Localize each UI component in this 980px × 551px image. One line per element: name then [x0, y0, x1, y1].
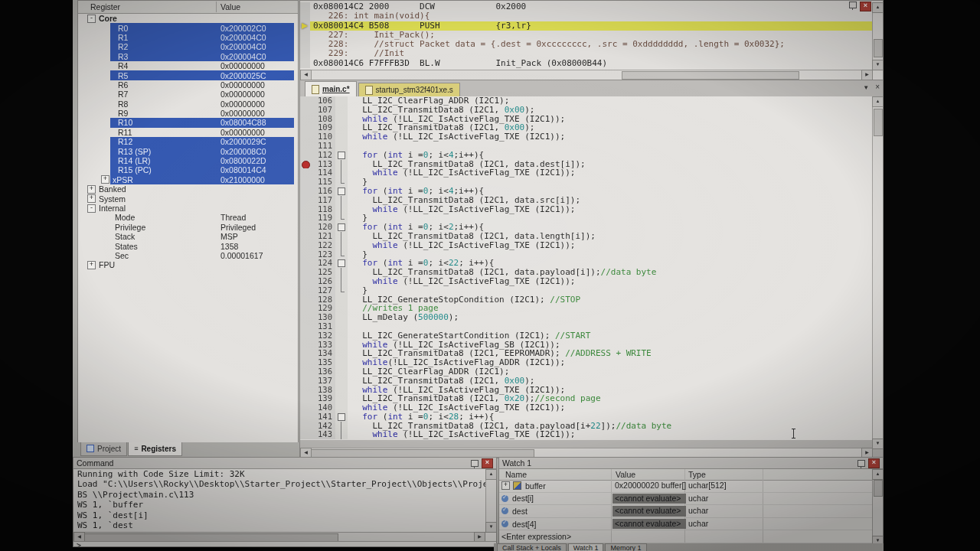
line-number[interactable]: 122: [309, 241, 335, 250]
tab-main-c[interactable]: main.c*: [305, 81, 357, 96]
breakpoint-margin[interactable]: [300, 142, 309, 151]
watch-col-type[interactable]: Type: [688, 470, 706, 479]
tab-watch-1[interactable]: Watch 1: [568, 543, 604, 551]
editor-line[interactable]: 141- for (int i =0; i<28; i++){: [300, 412, 873, 422]
fold-start-icon[interactable]: -: [335, 412, 348, 422]
breakpoint-margin[interactable]: [300, 223, 309, 232]
value-col-header[interactable]: Value: [220, 2, 240, 11]
fold-mid-icon[interactable]: [335, 232, 348, 241]
line-number[interactable]: 117: [309, 196, 335, 205]
disassembly-line[interactable]: 229: //Init: [300, 49, 873, 58]
register-row[interactable]: R50x2000025C: [78, 70, 298, 80]
breakpoint-margin[interactable]: [300, 286, 309, 295]
breakpoint-margin[interactable]: [300, 313, 309, 322]
register-row[interactable]: R90x00000000: [78, 109, 298, 118]
scrollbar-thumb[interactable]: [874, 480, 883, 497]
watch-value[interactable]: 0x20000020 buffer[] "": [612, 481, 686, 491]
code-text[interactable]: while (!LL_I2C_IsActiveFlag_TXE (I2C1));: [348, 241, 575, 250]
breakpoint-margin[interactable]: [300, 214, 309, 223]
scroll-left-icon[interactable]: ◀: [300, 70, 312, 80]
watch-type[interactable]: uchar[512]: [686, 481, 763, 491]
disassembly-gutter[interactable]: [300, 11, 310, 21]
watch-name[interactable]: <Enter expression>: [501, 530, 611, 543]
breakpoint-margin[interactable]: [300, 331, 309, 341]
fold-mid-icon[interactable]: [335, 205, 348, 214]
tab-project[interactable]: Project: [80, 442, 127, 456]
register-row[interactable]: +FPU: [78, 260, 298, 269]
expand-icon[interactable]: +: [501, 481, 510, 490]
watch-row[interactable]: +buffer0x20000020 buffer[] ""uchar[512]: [499, 480, 872, 493]
register-row[interactable]: R13 (SP)0x200008C0: [78, 146, 298, 155]
fold-mid-icon[interactable]: [335, 160, 348, 169]
register-row[interactable]: R70x00000000: [78, 90, 298, 99]
line-number[interactable]: 127: [309, 286, 335, 295]
editor-line[interactable]: 114 while (!LL_I2C_IsActiveFlag_TXE (I2C…: [300, 168, 873, 178]
pin-icon[interactable]: [858, 460, 865, 467]
breakpoint-margin[interactable]: [300, 349, 309, 358]
scroll-up-icon[interactable]: ▲: [872, 96, 884, 107]
breakpoint-margin[interactable]: [300, 386, 309, 395]
register-row[interactable]: -Core: [78, 14, 298, 23]
line-number[interactable]: 131: [309, 322, 335, 331]
collapse-icon[interactable]: -: [87, 204, 96, 213]
code-text[interactable]: LL_mDelay (500000);: [348, 313, 459, 322]
register-row[interactable]: R100x08004C88: [78, 118, 298, 127]
close-icon[interactable]: ×: [482, 458, 493, 468]
watch-titlebar[interactable]: Watch 1 ×: [499, 458, 883, 469]
register-row[interactable]: -Internal: [78, 204, 298, 213]
scrollbar-thumb[interactable]: [874, 109, 883, 136]
command-output[interactable]: Running with Code Size Limit: 32KLoad "C…: [74, 469, 485, 533]
expand-icon[interactable]: +: [101, 175, 109, 184]
breakpoint-margin[interactable]: [300, 259, 309, 268]
command-vertical-scrollbar[interactable]: ▲ ▼: [485, 469, 496, 533]
expand-icon[interactable]: +: [87, 194, 96, 203]
breakpoint-margin[interactable]: [300, 232, 309, 241]
code-text[interactable]: for (int i =0; i<28; i++){: [348, 412, 494, 422]
watch-value[interactable]: [612, 531, 686, 542]
breakpoint-margin[interactable]: [300, 403, 309, 412]
fold-mid-icon[interactable]: [335, 430, 348, 439]
collapse-icon[interactable]: -: [87, 15, 96, 23]
register-col-header[interactable]: Register: [90, 2, 120, 11]
breakpoint-margin[interactable]: [300, 358, 309, 367]
line-number[interactable]: 137: [309, 377, 335, 386]
tab-registers[interactable]: ≡ Registers: [128, 442, 182, 456]
scroll-down-icon[interactable]: ▼: [485, 522, 497, 533]
editor-line[interactable]: 111: [300, 142, 873, 151]
watch-value[interactable]: <cannot evaluate>: [612, 519, 686, 530]
line-number[interactable]: 107: [309, 106, 335, 115]
command-input[interactable]: >: [74, 541, 496, 546]
watch-col-value[interactable]: Value: [616, 470, 635, 479]
line-number[interactable]: 136: [309, 367, 335, 377]
line-number[interactable]: 143: [309, 430, 335, 439]
scrollbar-thumb[interactable]: [622, 71, 799, 80]
watch-row[interactable]: <Enter expression>: [499, 530, 872, 543]
watch-name[interactable]: dest[4]: [501, 518, 611, 530]
editor-line[interactable]: 143 while (!LL_I2C_IsActiveFlag_TXE (I2C…: [300, 430, 873, 439]
breakpoint-margin[interactable]: [300, 168, 309, 178]
code-text[interactable]: for (int i =0; i<4;i++){: [348, 151, 484, 160]
breakpoint-margin[interactable]: [300, 268, 309, 277]
fold-end-icon[interactable]: [335, 250, 348, 259]
code-text[interactable]: while (!LL_I2C_IsActiveFlag_TXE (I2C1));: [348, 430, 575, 439]
watch-name[interactable]: dest: [501, 505, 611, 517]
disassembly-gutter[interactable]: [300, 21, 310, 31]
fold-mid-icon[interactable]: [335, 168, 348, 178]
breakpoint-margin[interactable]: [300, 277, 309, 286]
register-row[interactable]: PrivilegePrivileged: [78, 223, 298, 232]
code-text[interactable]: [348, 322, 352, 331]
tab-startup-s[interactable]: startup_stm32f401xe.s: [358, 83, 460, 96]
breakpoint-margin[interactable]: [300, 151, 309, 160]
fold-start-icon[interactable]: -: [335, 259, 348, 268]
breakpoint-margin[interactable]: [300, 322, 309, 331]
register-row[interactable]: StackMSP: [78, 232, 298, 241]
code-text[interactable]: while (!LL_I2C_IsActiveFlag_TXE (I2C1));: [348, 132, 565, 142]
watch-name[interactable]: dest[i]: [501, 493, 611, 505]
disassembly-horizontal-scrollbar[interactable]: ◀ ▶: [300, 70, 873, 80]
fold-end-icon[interactable]: [335, 286, 348, 295]
fold-mid-icon[interactable]: [335, 422, 348, 431]
breakpoint-margin[interactable]: [300, 367, 309, 377]
watch-value[interactable]: <cannot evaluate>: [612, 506, 686, 517]
breakpoint-margin[interactable]: [300, 295, 309, 305]
register-row[interactable]: R14 (LR)0x0800022D: [78, 156, 298, 165]
